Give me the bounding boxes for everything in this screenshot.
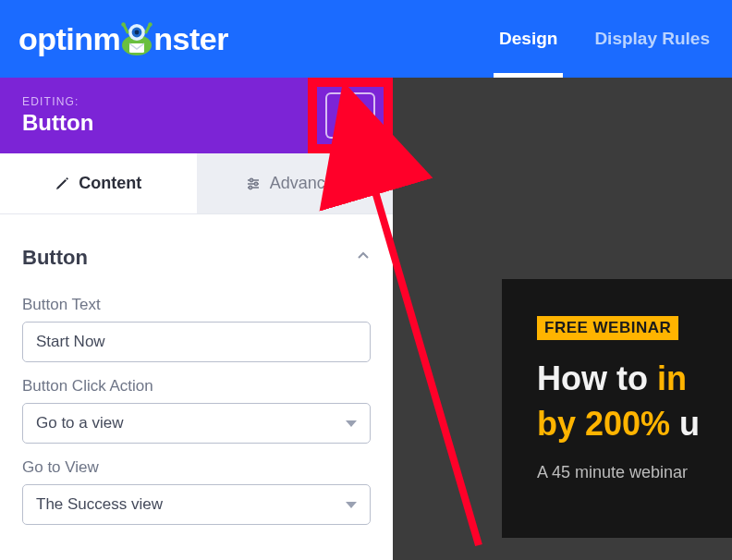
go-to-view-value: The Success view [36, 495, 163, 514]
svg-point-12 [249, 186, 251, 189]
chevron-up-icon [356, 249, 371, 267]
svg-point-5 [149, 22, 152, 26]
svg-point-8 [250, 178, 252, 181]
promo-card: FREE WEBINAR How to in by 200% u A 45 mi… [502, 279, 732, 538]
label-button-text: Button Text [22, 296, 371, 314]
editing-title: Button [22, 110, 93, 136]
editing-label: EDITING: [22, 95, 93, 108]
go-to-view-select[interactable]: The Success view [22, 484, 371, 525]
home-button[interactable] [325, 92, 375, 139]
subtab-content[interactable]: Content [0, 153, 197, 213]
section-heading: Button [22, 246, 88, 270]
button-text-input[interactable] [22, 322, 371, 362]
annotation-highlight-box [308, 78, 393, 153]
brand-text-left: optinm [18, 21, 120, 57]
tab-design[interactable]: Design [499, 0, 557, 78]
brand-mascot-icon [118, 21, 155, 56]
editing-bar: EDITING: Button [0, 78, 393, 153]
svg-point-4 [122, 22, 126, 26]
pencil-icon [55, 177, 69, 191]
top-bar: optinm nster Design Display Rules [0, 0, 732, 78]
preview-canvas: FREE WEBINAR How to in by 200% u A 45 mi… [393, 78, 732, 560]
tab-display-rules[interactable]: Display Rules [594, 0, 710, 78]
svg-point-10 [254, 182, 257, 185]
label-click-action: Button Click Action [22, 377, 371, 396]
caret-down-icon [346, 420, 357, 427]
click-action-select[interactable]: Go to a view [22, 403, 371, 444]
sidebar-panel: Content Advanced Button Button Text Butt… [0, 153, 393, 525]
caret-down-icon [346, 502, 357, 508]
brand-logo: optinm nster [18, 21, 228, 57]
svg-point-3 [135, 30, 140, 35]
promo-badge: FREE WEBINAR [537, 316, 678, 340]
brand-text-right: nster [153, 21, 228, 57]
promo-heading: How to in by 200% u [537, 357, 732, 446]
click-action-value: Go to a view [36, 414, 124, 432]
promo-subtext: A 45 minute webinar [537, 463, 732, 482]
section-button-toggle[interactable]: Button [22, 233, 371, 281]
top-nav: Design Display Rules [499, 0, 710, 78]
home-icon [339, 105, 361, 126]
label-go-to-view: Go to View [22, 458, 371, 477]
sidebar-subtabs: Content Advanced [0, 153, 393, 214]
sliders-icon [246, 177, 261, 191]
subtab-advanced[interactable]: Advanced [197, 153, 394, 213]
